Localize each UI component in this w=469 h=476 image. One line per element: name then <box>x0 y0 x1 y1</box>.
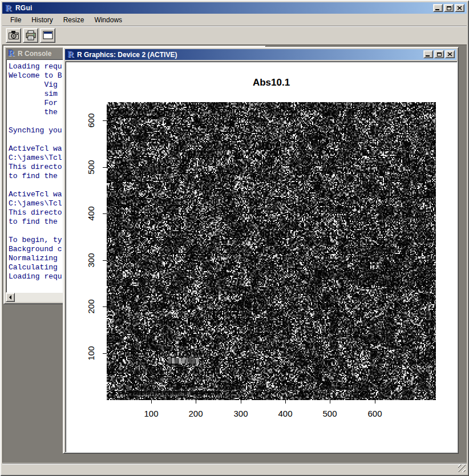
r-logo-icon: R <box>7 49 16 58</box>
plot-title: Abs10.1 <box>107 77 436 88</box>
y-axis-tick <box>103 120 107 121</box>
minimize-icon <box>426 55 430 57</box>
toolbar <box>2 26 467 44</box>
close-button[interactable] <box>455 4 464 12</box>
y-tick-label: 100 <box>86 342 95 365</box>
y-axis-tick <box>103 306 107 307</box>
console-window-title: R Console <box>18 50 51 58</box>
x-tick-label: 500 <box>317 409 342 418</box>
menubar: File History Resize Windows <box>2 15 467 25</box>
scroll-left-button[interactable] <box>6 293 15 302</box>
x-axis-tick <box>375 400 375 404</box>
maximize-button[interactable] <box>444 4 454 12</box>
menu-file[interactable]: File <box>5 15 26 25</box>
y-tick-label: 400 <box>86 202 95 225</box>
minimize-button[interactable] <box>433 4 443 12</box>
x-axis-tick <box>330 400 330 404</box>
x-tick-label: 600 <box>362 409 387 418</box>
resize-grip-icon[interactable] <box>458 465 466 472</box>
rgui-application: R RGui File History Resize Windows <box>0 0 469 476</box>
window-button[interactable] <box>40 28 55 43</box>
y-axis-tick <box>103 260 107 261</box>
graphics-maximize-button[interactable] <box>434 50 444 58</box>
graphics-window-title: R Graphics: Device 2 (ACTIVE) <box>77 51 177 59</box>
maximize-icon <box>447 6 451 10</box>
statusbar <box>2 463 467 473</box>
y-tick-label: 500 <box>86 156 95 179</box>
close-icon <box>457 6 462 10</box>
graphics-close-button[interactable] <box>445 50 455 58</box>
print-button[interactable] <box>23 28 38 43</box>
camera-icon <box>8 30 19 40</box>
y-tick-label: 300 <box>86 249 95 272</box>
main-titlebar[interactable]: R RGui <box>2 2 467 14</box>
microarray-image-plot <box>107 102 436 400</box>
window-icon <box>42 30 54 40</box>
y-tick-label: 600 <box>86 109 95 132</box>
x-tick-label: 400 <box>273 409 298 418</box>
x-tick-label: 200 <box>183 409 208 418</box>
graphics-minimize-button[interactable] <box>423 50 433 58</box>
y-axis-tick <box>103 167 107 168</box>
main-window-title: RGui <box>15 4 32 12</box>
r-logo-icon: R <box>66 50 75 59</box>
menu-history[interactable]: History <box>26 15 58 25</box>
menu-resize[interactable]: Resize <box>58 15 90 25</box>
graphics-titlebar[interactable]: R R Graphics: Device 2 (ACTIVE) <box>65 49 456 60</box>
y-tick-label: 200 <box>86 295 95 318</box>
x-axis-tick <box>241 400 241 404</box>
close-icon <box>447 52 452 57</box>
r-logo-icon: R <box>4 4 13 13</box>
maximize-icon <box>437 53 442 57</box>
y-axis-tick <box>103 213 107 214</box>
menu-windows[interactable]: Windows <box>89 15 127 25</box>
minimize-icon <box>435 9 439 10</box>
x-tick-label: 300 <box>228 409 253 418</box>
x-axis-tick <box>285 400 286 404</box>
arrow-left-icon <box>9 295 11 300</box>
x-axis-tick <box>151 400 152 404</box>
x-tick-label: 100 <box>139 409 164 418</box>
printer-icon <box>25 30 37 41</box>
copy-plot-button[interactable] <box>6 28 21 43</box>
graphics-window: R R Graphics: Device 2 (ACTIVE) Abs10.1 … <box>63 47 459 454</box>
y-axis-tick <box>103 353 107 354</box>
x-axis-tick <box>196 400 196 404</box>
